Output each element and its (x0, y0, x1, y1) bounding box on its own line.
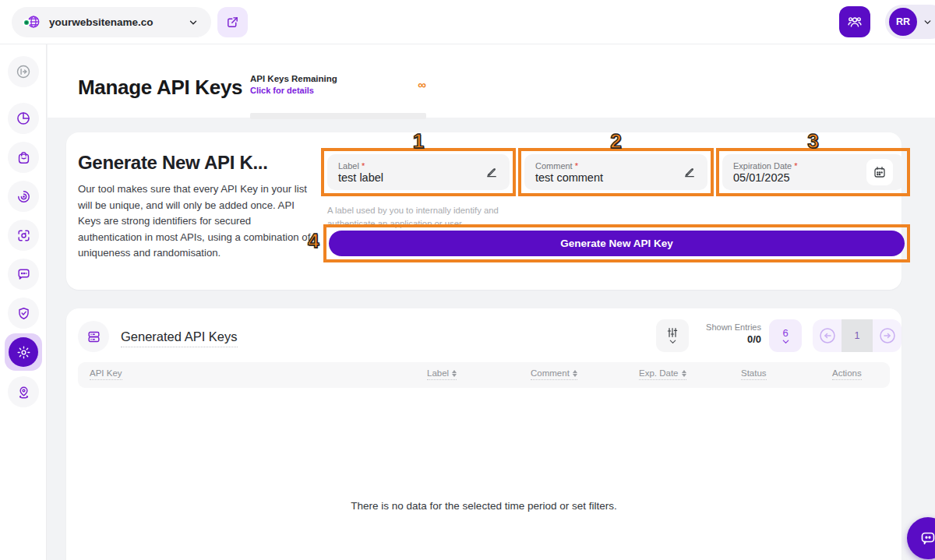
comment-field[interactable]: Comment* test comment (524, 154, 707, 190)
annotation-box-2: 2 Comment* test comment (518, 148, 714, 196)
chevron-down-icon (188, 17, 199, 28)
group-icon (847, 14, 863, 30)
empty-state-message: There is no data for the selected time p… (66, 500, 901, 512)
sidebar-item-analytics[interactable] (8, 181, 39, 212)
sidebar-item-settings[interactable] (5, 333, 42, 371)
comment-field-label: Comment* (535, 161, 683, 171)
chevron-down-icon (669, 339, 677, 345)
sort-icon (682, 370, 686, 377)
remaining-progress-bar (250, 113, 426, 119)
generated-keys-card: Generated API Keys Shown Entries 0/0 6 (66, 308, 901, 560)
shopping-bag-icon (16, 150, 31, 165)
column-header-api-key[interactable]: API Key (90, 368, 122, 380)
table-title: Generated API Keys (121, 329, 238, 347)
label-field-label: Label* (338, 161, 485, 171)
prev-page-button[interactable] (813, 319, 842, 352)
sidebar-item-store[interactable] (8, 142, 39, 173)
column-header-status[interactable]: Status (741, 368, 767, 380)
infinity-icon: ∞ (418, 78, 426, 91)
expiration-date-field[interactable]: Expiration Date* 05/01/2025 (722, 154, 904, 190)
shown-entries: Shown Entries 0/0 (694, 322, 761, 345)
database-icon (78, 321, 109, 352)
collapse-arrow-icon (16, 64, 31, 79)
annotation-box-4: 4 Generate New API Key (323, 224, 910, 262)
chat-widget-button[interactable] (907, 517, 935, 559)
site-name: yourwebsitename.co (49, 16, 180, 28)
comment-field-value: test comment (535, 171, 683, 184)
label-field-value: test label (338, 171, 485, 184)
column-header-label[interactable]: Label (427, 368, 457, 380)
column-header-actions[interactable]: Actions (832, 368, 862, 380)
sidebar-item-security[interactable] (8, 298, 39, 329)
gear-icon (9, 337, 38, 367)
shield-check-icon (16, 306, 31, 321)
external-link-icon (226, 16, 239, 29)
sort-icon (573, 370, 577, 377)
page-size-value: 6 (782, 327, 788, 339)
expiration-field-value: 05/01/2025 (733, 171, 866, 184)
app-root: yourwebsitename.co (0, 0, 935, 560)
api-keys-remaining: API Keys Remaining Click for details ∞ (250, 74, 426, 95)
topbar: yourwebsitename.co (0, 0, 935, 44)
status-dot (23, 19, 30, 26)
annotation-box-1: 1 Label* test label (321, 148, 516, 196)
pie-chart-icon (16, 111, 31, 126)
radar-spiral-icon (16, 189, 31, 204)
pagination: 1 (813, 319, 901, 352)
sort-icon (452, 370, 457, 377)
sidebar-item-messages[interactable] (8, 259, 39, 290)
annotation-box-3: 3 Expiration Date* 05/01/2025 (716, 148, 910, 196)
annotation-number-2: 2 (610, 131, 621, 151)
next-page-button[interactable] (873, 319, 901, 352)
globe-icon (24, 14, 41, 31)
page-title: Manage API Keys (78, 76, 242, 100)
filter-sliders-icon (666, 327, 679, 338)
generate-card-title: Generate New API K... (78, 152, 268, 174)
sidebar-item-tracking[interactable] (8, 220, 39, 251)
open-site-button[interactable] (217, 7, 248, 37)
current-page[interactable]: 1 (842, 319, 873, 352)
map-pin-icon (16, 385, 31, 400)
annotation-number-4: 4 (308, 231, 319, 251)
label-field[interactable]: Label* test label (327, 154, 510, 190)
sidebar (0, 44, 47, 560)
chevron-down-icon (923, 17, 933, 27)
column-header-comment[interactable]: Comment (531, 368, 577, 380)
column-header-exp-date[interactable]: Exp. Date (639, 368, 686, 380)
sidebar-item-dashboard[interactable] (8, 103, 39, 134)
page-header: Manage API Keys API Keys Remaining Click… (48, 44, 935, 118)
sidebar-item-locations[interactable] (8, 376, 39, 407)
calendar-icon[interactable] (866, 159, 893, 185)
team-button[interactable] (839, 6, 870, 37)
page-size-select[interactable]: 6 (769, 319, 802, 352)
eraser-icon[interactable] (683, 165, 697, 179)
shown-entries-value: 0/0 (694, 333, 761, 345)
target-scan-icon (16, 228, 31, 243)
eraser-icon[interactable] (485, 165, 499, 179)
generate-card-description: Our tool makes sure that every API Key i… (78, 181, 313, 262)
annotation-number-3: 3 (807, 131, 818, 151)
filter-button[interactable] (656, 319, 689, 352)
remaining-details-link[interactable]: Click for details (250, 86, 426, 95)
avatar: RR (889, 8, 917, 36)
generate-api-key-button[interactable]: Generate New API Key (329, 231, 905, 256)
shown-entries-label: Shown Entries (694, 322, 761, 332)
expiration-field-label: Expiration Date* (733, 161, 866, 171)
table-header-row: API Key Label Comment Exp. Date Status A… (78, 362, 890, 388)
generate-card: Generate New API K... Our tool makes sur… (66, 132, 901, 290)
chevron-down-icon (782, 339, 790, 345)
site-selector[interactable]: yourwebsitename.co (12, 7, 211, 37)
user-menu[interactable]: RR (885, 5, 935, 39)
annotation-number-1: 1 (413, 131, 424, 151)
chat-bubble-icon (919, 529, 935, 548)
chat-message-icon (16, 267, 31, 282)
remaining-label: API Keys Remaining (250, 74, 426, 83)
sidebar-item-collapse[interactable] (8, 56, 39, 87)
